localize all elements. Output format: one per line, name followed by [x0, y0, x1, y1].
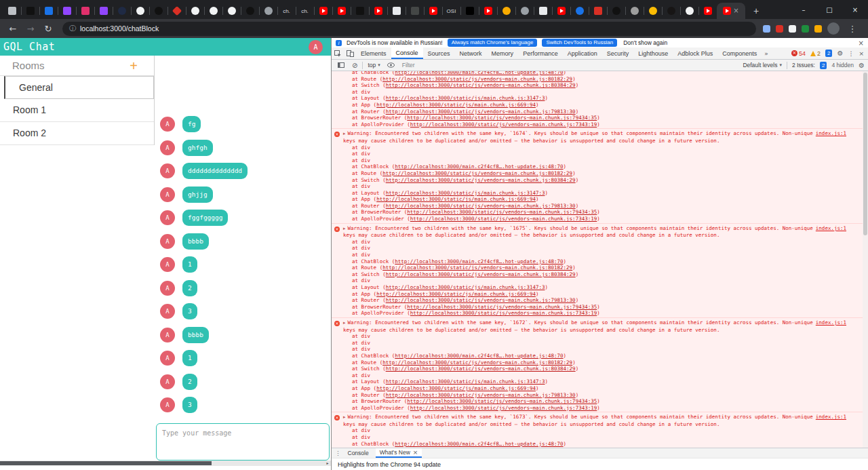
expand-caret-icon[interactable]: ▸ [343, 226, 346, 231]
stack-frame-link[interactable]: http://localhost:3000/main.c2f4cf8….hot-… [395, 353, 563, 359]
extension-icon[interactable] [814, 25, 822, 33]
scroll-right-icon[interactable]: ▸ [324, 461, 331, 466]
console-scrollbar[interactable] [863, 71, 868, 448]
extension-icon[interactable] [763, 25, 770, 33]
browser-tab[interactable] [259, 3, 277, 19]
stack-frame-link[interactable]: http://localhost:3000/static/js/vendors~… [386, 109, 576, 115]
browser-tab[interactable] [332, 3, 351, 19]
devtools-menu-icon[interactable]: ⋮ [848, 50, 854, 57]
source-link[interactable]: index.js:1 [816, 319, 846, 326]
browser-tab[interactable] [131, 3, 149, 19]
browser-tab[interactable] [515, 3, 534, 19]
browser-tab[interactable] [76, 3, 94, 19]
browser-tab[interactable] [149, 3, 167, 19]
source-link[interactable]: index.js:1 [816, 130, 846, 137]
source-link[interactable]: index.js:1 [816, 225, 846, 232]
devtools-tab-components[interactable]: Components [717, 47, 762, 59]
browser-tab[interactable] [460, 3, 479, 19]
stack-frame-link[interactable]: http://localhost:3000/static/js/vendors~… [410, 216, 597, 222]
browser-tab[interactable] [21, 3, 39, 19]
switch-to-russian-button[interactable]: Switch DevTools to Russian [542, 39, 617, 47]
browser-tab[interactable] [644, 3, 662, 19]
stack-frame-link[interactable]: http://localhost:3000/static/js/main.chu… [386, 190, 545, 196]
scrollbar-thumb[interactable] [0, 461, 212, 465]
browser-tab[interactable] [314, 3, 332, 19]
browser-tab[interactable]: × [717, 3, 745, 19]
address-bar[interactable]: ⓘ localhost:3000/chatBlock [62, 22, 756, 36]
browser-menu-icon[interactable]: ⋮ [845, 24, 860, 34]
stack-frame-link[interactable]: http://localhost:3000/static/js/vendors~… [386, 271, 576, 277]
reload-icon[interactable]: ↻ [41, 24, 56, 34]
stack-frame-link[interactable]: http://localhost:3000/static/js/main.chu… [376, 385, 536, 391]
more-tabs-icon[interactable]: » [762, 47, 771, 59]
browser-tab[interactable] [424, 3, 442, 19]
browser-tab[interactable]: OSI [442, 3, 460, 19]
browser-tab[interactable] [387, 3, 406, 19]
inspect-element-icon[interactable] [332, 47, 344, 59]
devtools-tab-application[interactable]: Application [563, 47, 602, 59]
browser-tab[interactable] [186, 3, 204, 19]
stack-frame-link[interactable]: http://localhost:3000/static/js/vendors~… [382, 76, 572, 82]
stack-frame-link[interactable]: http://localhost:3000/static/js/vendors~… [382, 359, 572, 366]
browser-tab[interactable] [570, 3, 589, 19]
browser-tab[interactable] [589, 3, 607, 19]
console-warning-count[interactable]: 2 [810, 50, 821, 57]
stack-frame-link[interactable]: http://localhost:3000/main.c2f4cf8….hot-… [395, 258, 563, 265]
add-room-button[interactable]: + [130, 59, 138, 73]
forward-icon[interactable]: → [23, 24, 38, 34]
browser-tab[interactable] [222, 3, 241, 19]
browser-tab[interactable] [607, 3, 625, 19]
stack-frame-link[interactable]: http://localhost:3000/static/js/vendors~… [382, 265, 572, 271]
stack-frame-link[interactable]: http://localhost:3000/static/js/vendors~… [407, 304, 597, 310]
room-item[interactable]: Room 1 [0, 99, 154, 122]
stack-frame-link[interactable]: http://localhost:3000/static/js/vendors~… [410, 121, 597, 128]
drawer-menu-icon[interactable]: ⋮ [335, 450, 341, 456]
stack-frame-link[interactable]: http://localhost:3000/static/js/main.chu… [386, 378, 545, 385]
console-filter-input[interactable]: Filter [402, 62, 415, 68]
room-item[interactable]: General [4, 76, 154, 99]
site-info-icon[interactable]: ⓘ [69, 24, 76, 33]
browser-tab[interactable]: ch. [296, 3, 314, 19]
stack-frame-link[interactable]: http://localhost:3000/static/js/vendors~… [386, 177, 576, 183]
drawer-tab-close-icon[interactable]: × [413, 449, 418, 456]
browser-tab[interactable] [94, 3, 113, 19]
window-close-button[interactable]: × [842, 0, 868, 19]
profile-avatar[interactable] [827, 22, 840, 35]
extension-icon[interactable] [776, 25, 783, 33]
browser-tab[interactable] [204, 3, 222, 19]
stack-frame-link[interactable]: http://localhost:3000/static/js/vendors~… [386, 297, 576, 303]
devtools-close-icon[interactable]: × [859, 50, 864, 57]
user-avatar[interactable]: A [309, 40, 323, 54]
stack-frame-link[interactable]: http://localhost:3000/static/js/vendors~… [386, 392, 576, 398]
live-expression-eye-icon[interactable] [385, 62, 397, 68]
back-icon[interactable]: ← [5, 24, 20, 34]
context-selector[interactable]: top ▾ [368, 62, 380, 68]
browser-tab[interactable] [39, 3, 58, 19]
issues-count-badge[interactable]: 2 [825, 50, 832, 57]
room-item[interactable]: Room 2 [0, 122, 154, 145]
stack-frame-link[interactable]: http://localhost:3000/static/js/vendors~… [407, 115, 597, 121]
browser-tab[interactable] [3, 3, 21, 19]
stack-frame-link[interactable]: http://localhost:3000/static/js/vendors~… [386, 203, 576, 209]
devtools-tab-adblock-plus[interactable]: Adblock Plus [673, 47, 717, 59]
browser-tab[interactable] [351, 3, 369, 19]
expand-caret-icon[interactable]: ▸ [343, 414, 346, 420]
maximize-button[interactable]: □ [816, 0, 842, 19]
devtools-tab-security[interactable]: Security [602, 47, 634, 59]
stack-frame-link[interactable]: http://localhost:3000/main.c2f4cf8….hot-… [395, 441, 563, 447]
console-scrollbar-thumb[interactable] [863, 73, 867, 235]
browser-tab[interactable] [479, 3, 497, 19]
browser-tab[interactable] [58, 3, 76, 19]
browser-tab[interactable] [167, 3, 186, 19]
stack-frame-link[interactable]: http://localhost:3000/static/js/vendors~… [410, 310, 597, 316]
stack-frame-link[interactable]: http://localhost:3000/static/js/main.chu… [376, 291, 536, 297]
horizontal-scrollbar[interactable]: ▸ [0, 461, 331, 466]
issues-label[interactable]: 2 Issues: [792, 62, 815, 68]
clear-console-icon[interactable]: ⊘ [352, 62, 357, 69]
stack-frame-link[interactable]: http://localhost:3000/static/js/vendors~… [386, 82, 576, 88]
stack-frame-link[interactable]: http://localhost:3000/static/js/main.chu… [376, 102, 536, 108]
log-levels-dropdown[interactable]: Default levels ▾ [743, 62, 782, 68]
devtools-tab-sources[interactable]: Sources [423, 47, 455, 59]
browser-tab[interactable] [241, 3, 259, 19]
device-toolbar-icon[interactable] [344, 47, 356, 59]
